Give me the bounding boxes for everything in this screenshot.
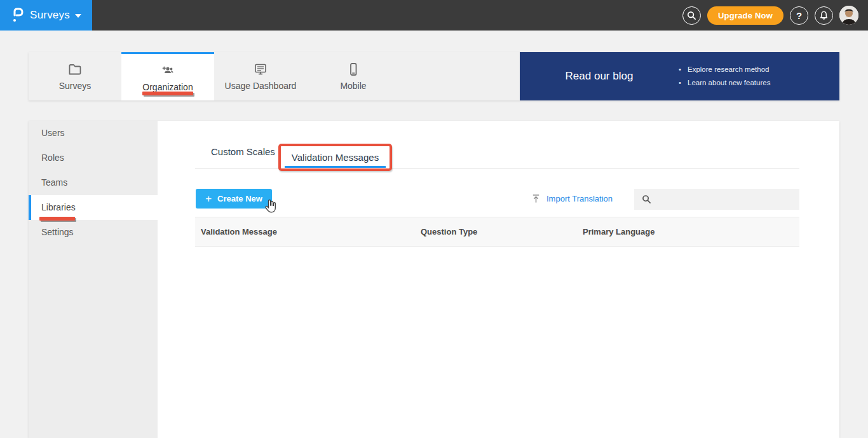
upload-to-bar-icon (531, 194, 541, 203)
search-icon (687, 11, 696, 20)
notifications-button[interactable] (815, 6, 833, 25)
nav-tab-label: Organization (142, 82, 193, 92)
module-nav-card: Surveys Organization Usage Dashb (29, 52, 839, 100)
validation-messages-table-header: Validation Message Question Type Primary… (195, 217, 799, 247)
sidebar-item-label: Libraries (41, 202, 76, 212)
blog-bullet-list: Explore research method Learn about new … (679, 63, 770, 90)
annotation-box-validation-messages: Validation Messages (278, 144, 392, 171)
import-translation-link[interactable]: Import Translation (531, 189, 613, 209)
help-button[interactable]: ? (790, 6, 808, 25)
nav-tab-label: Usage Dashboard (225, 81, 297, 91)
mobile-icon (346, 62, 361, 77)
import-translation-label: Import Translation (546, 194, 613, 203)
folder-icon (67, 62, 83, 77)
column-header-validation-message: Validation Message (201, 217, 277, 246)
nav-tab-organization[interactable]: Organization (121, 52, 214, 100)
tab-label: Custom Scales (211, 146, 275, 157)
search-icon (642, 195, 651, 204)
blog-title: Read our blog (520, 70, 679, 83)
nav-tab-usage-dashboard[interactable]: Usage Dashboard (214, 52, 307, 100)
person-add-icon (160, 63, 175, 78)
sidebar-item-label: Roles (41, 153, 64, 163)
annotation-underline-libraries (39, 217, 75, 221)
sidebar-item-teams[interactable]: Teams (29, 170, 158, 195)
sidebar-item-settings[interactable]: Settings (29, 220, 158, 245)
nav-tab-mobile[interactable]: Mobile (307, 52, 400, 100)
product-switcher[interactable]: Surveys (0, 0, 92, 31)
organization-sidebar: Users Roles Teams Libraries Settings (29, 121, 158, 438)
product-name: Surveys (30, 9, 70, 22)
main-card: Users Roles Teams Libraries Settings Cus… (29, 121, 839, 438)
table-search-box (634, 189, 799, 210)
sidebar-item-label: Users (41, 128, 65, 138)
sidebar-item-roles[interactable]: Roles (29, 146, 158, 170)
upgrade-now-button[interactable]: Upgrade Now (707, 6, 783, 25)
tab-custom-scales[interactable]: Custom Scales (211, 146, 275, 157)
chevron-down-icon (75, 14, 81, 18)
tab-validation-messages[interactable]: Validation Messages (292, 152, 379, 163)
nav-tab-label: Mobile (340, 81, 366, 91)
libraries-content: Custom Scales Validation Messages + Crea… (158, 121, 839, 438)
blog-bullet: Learn about new features (679, 76, 770, 90)
nav-tab-label: Surveys (59, 81, 92, 91)
nav-tab-surveys[interactable]: Surveys (29, 52, 121, 100)
active-tab-underline (285, 166, 386, 168)
bell-icon (819, 11, 829, 20)
top-bar: Surveys Upgrade Now ? (0, 0, 868, 31)
plus-icon: + (205, 193, 212, 204)
blog-bullet: Explore research method (679, 63, 770, 76)
questionpro-logo-icon (11, 7, 25, 24)
search-input[interactable] (634, 189, 799, 210)
top-actions: Upgrade Now ? (682, 6, 868, 25)
avatar-photo (839, 6, 858, 25)
blog-promo-panel[interactable]: Read our blog Explore research method Le… (520, 52, 839, 100)
annotation-underline-organization (142, 92, 193, 95)
sidebar-item-label: Settings (41, 227, 74, 237)
search-button[interactable] (682, 6, 701, 25)
sidebar-item-users[interactable]: Users (29, 121, 158, 146)
dashboard-icon (253, 62, 268, 77)
sidebar-item-label: Teams (41, 177, 67, 188)
create-new-button[interactable]: + Create New (196, 189, 272, 209)
user-avatar[interactable] (839, 6, 858, 25)
help-icon: ? (796, 10, 802, 21)
column-header-question-type: Question Type (421, 217, 477, 246)
column-header-primary-language: Primary Language (583, 217, 654, 246)
create-new-label: Create New (217, 194, 262, 203)
screen: Surveys Upgrade Now ? (0, 0, 868, 438)
